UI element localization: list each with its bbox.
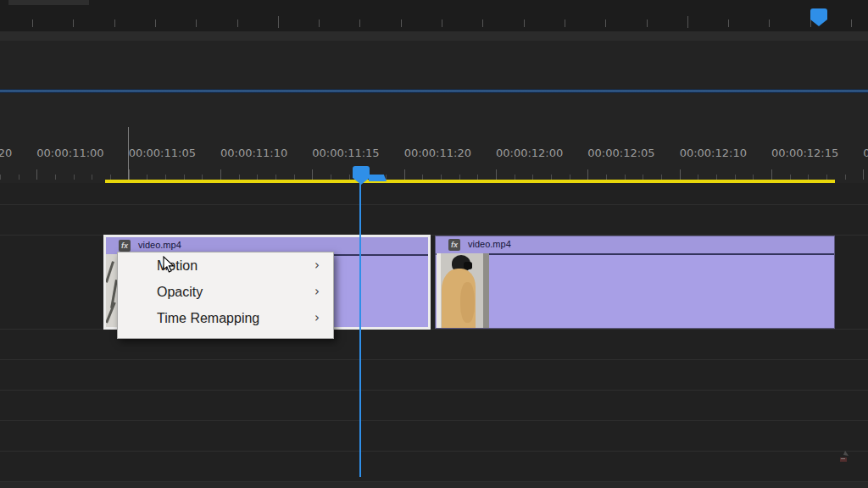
transport-toolbar: { } {← ◀| ▶ |▶ →}	[0, 41, 868, 89]
clip-effects-context-menu: Motion › Opacity › Time Remapping ›	[117, 252, 334, 339]
mini-timeline-tick	[851, 19, 852, 27]
ruler-timecode-label: 00:00:10:20	[0, 147, 12, 159]
ruler-tick	[36, 169, 37, 180]
mini-timeline-tick	[647, 19, 648, 27]
ruler-timecode-label: 00:00:11:15	[312, 147, 379, 159]
mini-timeline-tick	[524, 19, 525, 27]
clip-name-label: video.mp4	[468, 239, 511, 249]
edit-point-line	[128, 127, 129, 180]
fx-badge-icon: fx	[119, 240, 131, 252]
monitor-playhead-marker[interactable]	[810, 8, 827, 26]
mini-timeline-tick	[769, 19, 770, 27]
ruler-timecode-label: 00:00:11:05	[129, 147, 196, 159]
menu-item-label: Time Remapping	[157, 311, 259, 325]
menu-item-motion[interactable]: Motion ›	[118, 252, 333, 279]
ruler-timecode-label: 00:00:13:00	[863, 147, 868, 159]
ruler-tick	[496, 169, 497, 180]
ruler-timecode-label: 00:00:11:00	[36, 147, 103, 159]
menu-item-label: Opacity	[157, 285, 203, 299]
fx-badge-icon: fx	[448, 239, 460, 251]
ruler-tick	[74, 175, 75, 180]
mini-timeline-tick	[73, 19, 74, 27]
ruler-timecode-label: 00:00:12:15	[771, 147, 838, 159]
panel-edge-highlight	[8, 0, 89, 5]
track-divider-line	[0, 451, 868, 452]
monitor-scroll-band	[0, 31, 868, 41]
ruler-timecode-label: 00:00:12:05	[587, 147, 654, 159]
clip-name-label: video.mp4	[138, 240, 181, 250]
playhead-drag-handle[interactable]	[369, 175, 387, 181]
track-divider-line	[0, 390, 868, 391]
premiere-timeline-window: { } {← ◀| ▶ |▶ →}	[0, 0, 868, 488]
ruler-tick	[680, 169, 681, 180]
clip-2-thumbnail	[437, 253, 489, 328]
ruler-tick	[19, 175, 19, 180]
track-divider-line	[0, 359, 868, 360]
track-divider-line	[0, 420, 868, 421]
menu-item-opacity[interactable]: Opacity ›	[118, 279, 333, 305]
mini-timeline-tick	[565, 19, 565, 27]
mini-timeline-tick	[196, 19, 197, 27]
submenu-chevron-icon: ›	[314, 305, 320, 331]
mini-timeline-tick	[114, 19, 115, 27]
clip-video-2[interactable]: fx video.mp4	[435, 236, 835, 329]
menu-item-time-remapping[interactable]: Time Remapping ›	[118, 305, 333, 331]
mini-timeline-tick	[442, 19, 442, 27]
ruler-timecode-label: 00:00:11:20	[404, 147, 471, 159]
mini-timeline-tick	[278, 16, 279, 28]
ruler-tick	[0, 175, 1, 180]
submenu-chevron-icon: ›	[314, 252, 320, 279]
submenu-chevron-icon: ›	[314, 279, 320, 305]
timeline-bottom-strip	[0, 482, 868, 488]
ruler-tick	[771, 169, 772, 180]
ruler-tick	[587, 169, 588, 180]
ruler-timecode-label: 00:00:12:10	[680, 147, 747, 159]
mini-timeline-tick	[687, 16, 688, 28]
ruler-tick	[845, 175, 846, 180]
timeline-panel: 00:00:10:2000:00:11:0000:00:11:0500:00:1…	[0, 93, 868, 488]
ruler-tick	[55, 175, 56, 180]
clip-2-header[interactable]: fx video.mp4	[436, 236, 834, 255]
work-area-bar[interactable]	[105, 180, 835, 183]
mini-timeline-tick	[810, 19, 811, 27]
mini-timeline-tick	[482, 19, 483, 27]
ruler-timecode-label: 00:00:12:00	[496, 147, 563, 159]
mini-timeline-tick	[359, 19, 360, 27]
mini-timeline-tick	[605, 19, 606, 27]
mini-timeline-tick	[32, 19, 33, 27]
mouse-cursor-icon	[163, 256, 176, 274]
ruler-tick	[863, 169, 864, 180]
track-divider-line	[0, 204, 868, 205]
playhead-line	[359, 181, 361, 477]
mini-timeline-tick	[401, 19, 402, 27]
ruler-tick	[92, 175, 92, 180]
ruler-tick	[312, 169, 313, 180]
timeline-ruler[interactable]: 00:00:10:2000:00:11:0000:00:11:0500:00:1…	[0, 93, 868, 183]
mini-timeline-tick	[728, 19, 729, 27]
mini-timeline-tick	[237, 19, 238, 27]
ruler-tick	[404, 169, 405, 180]
monitor-mini-timeline[interactable]	[0, 0, 868, 31]
video-watermark	[835, 449, 852, 466]
ruler-tick	[220, 169, 221, 180]
ruler-timecode-label: 00:00:11:10	[220, 147, 287, 159]
mini-timeline-tick	[319, 19, 320, 27]
mini-timeline-tick	[155, 19, 156, 27]
